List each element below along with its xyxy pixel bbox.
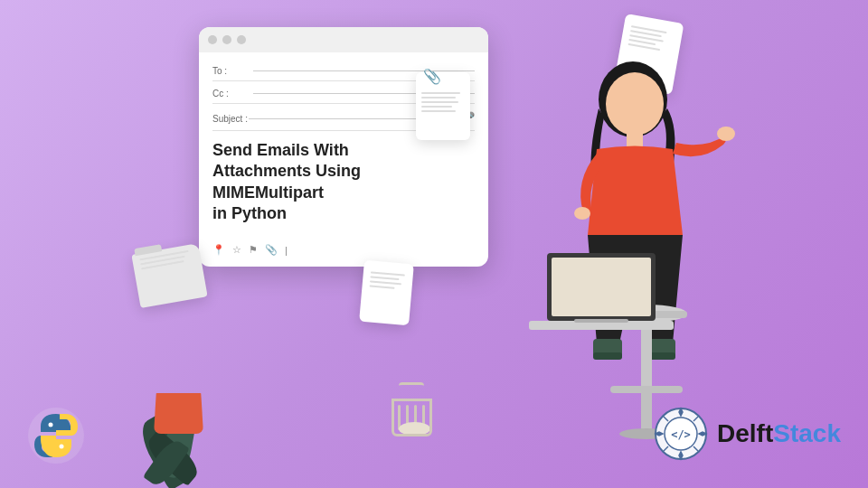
star-icon: ☆	[232, 244, 241, 256]
svg-marker-34	[699, 432, 706, 436]
paperclip-attach-icon: 📎	[423, 68, 441, 85]
svg-marker-32	[679, 452, 683, 459]
to-line	[253, 70, 475, 71]
paperclip-icon: 📎	[265, 244, 278, 256]
svg-point-3	[717, 127, 735, 141]
svg-point-4	[574, 207, 590, 220]
svg-rect-18	[574, 319, 628, 323]
cc-label: Cc :	[212, 89, 249, 99]
brand-delft: Delft	[717, 419, 773, 447]
plant	[154, 393, 203, 434]
brand-stack: Stack	[773, 419, 841, 447]
svg-point-20	[49, 423, 53, 427]
svg-marker-33	[656, 432, 663, 436]
delftstack-logo: </> DelftStack	[654, 407, 841, 461]
svg-rect-16	[552, 258, 651, 316]
delftstack-brand-name: DelftStack	[717, 419, 841, 448]
svg-marker-31	[679, 408, 683, 416]
to-label: To :	[212, 66, 249, 76]
delft-emblem: </>	[654, 407, 708, 461]
svg-point-21	[60, 445, 64, 449]
crumpled-paper	[399, 422, 430, 436]
window-titlebar	[199, 27, 488, 52]
trash-basket	[389, 382, 434, 432]
window-dot-2	[222, 35, 231, 44]
flag-icon: ⚑	[249, 244, 258, 256]
svg-rect-13	[641, 386, 652, 431]
location-icon: 📍	[212, 244, 225, 256]
svg-point-1	[606, 72, 664, 136]
basket-handle	[399, 382, 424, 391]
floating-doc-center	[359, 260, 414, 326]
python-logo	[27, 407, 86, 465]
attachment-card: 📎	[416, 72, 470, 140]
divider: |	[285, 245, 288, 256]
window-dot-1	[208, 35, 217, 44]
plant-pot	[154, 393, 203, 434]
email-title: Send Emails With Attachments Using MIMEM…	[212, 131, 475, 230]
basket-body	[392, 399, 432, 436]
email-footer: 📍 ☆ ⚑ 📎 |	[212, 244, 288, 256]
subject-label: Subject :	[212, 114, 249, 124]
laptop	[529, 253, 674, 339]
floating-folder-left	[131, 243, 207, 308]
window-dot-3	[237, 35, 246, 44]
svg-text:</>: </>	[671, 428, 691, 441]
email-window: To : Cc : Subject : 🎤 Send Emails With A…	[199, 27, 488, 267]
